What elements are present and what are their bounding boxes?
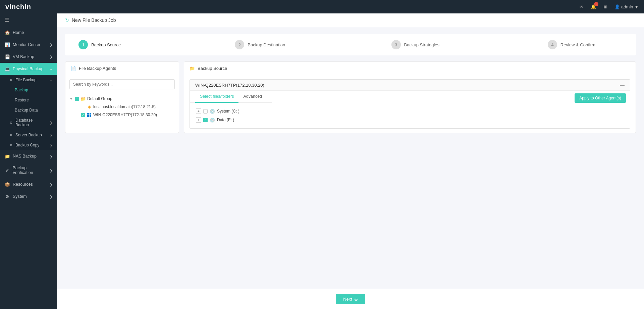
- refresh-icon[interactable]: ↻: [65, 17, 69, 23]
- notification-wrap[interactable]: 🔔 2: [590, 4, 596, 10]
- agents-panel-icon: 📄: [71, 66, 76, 71]
- apply-to-agents-button[interactable]: Apply to Other Agent(s): [575, 93, 626, 103]
- sidebar-sub-backup[interactable]: Backup: [0, 85, 57, 95]
- step-4-label: Review & Confirm: [560, 42, 595, 47]
- system-icon: ⚙: [5, 194, 10, 199]
- left-panel: 📄 File Backup Agents ▼ − 📁 Default Group: [65, 61, 179, 133]
- logo-text: vinchin: [5, 3, 31, 10]
- sidebar-sub-server-backup[interactable]: Server Backup ❯: [0, 130, 57, 140]
- linux-toggle[interactable]: [75, 104, 79, 109]
- sidebar-sub-backup-data[interactable]: Backup Data: [0, 105, 57, 115]
- sidebar-item-physical-backup[interactable]: 💻 Physical Backup ⌄: [0, 63, 57, 75]
- right-panel-header: 📁 Backup Source: [184, 62, 636, 75]
- sidebar-label-resources: Resources: [13, 182, 33, 187]
- monitor-icon[interactable]: ▣: [602, 4, 608, 10]
- file-tree: + 💿 System (C: ) + ✓ 💿 Data (E: ): [190, 103, 630, 128]
- physical-backup-icon: 💻: [5, 66, 10, 72]
- drive-item-c: + 💿 System (C: ): [195, 107, 625, 116]
- step-3-label: Backup Strategies: [404, 42, 440, 47]
- sidebar-item-nas-backup[interactable]: 📁 NAS Backup ❯: [0, 150, 57, 162]
- sidebar-sub-label-backup-data: Backup Data: [15, 108, 38, 113]
- tree-sub-items: ◆ localhost.localdomain(172.18.21.5) ✓: [68, 103, 176, 119]
- verification-icon: ✔: [5, 168, 10, 173]
- left-panel-title: File Backup Agents: [79, 66, 116, 71]
- sidebar-toggle[interactable]: ☰: [0, 13, 57, 27]
- drive-c-checkbox[interactable]: [203, 109, 208, 114]
- two-panels: 📄 File Backup Agents ▼ − 📁 Default Group: [65, 61, 636, 133]
- next-button[interactable]: Next ⊕: [336, 294, 365, 304]
- right-panel: 📁 Backup Source WIN-Q220ESRH7TP(172.18.3…: [184, 61, 636, 133]
- step-connector-1: [157, 45, 231, 45]
- message-icon[interactable]: ✉: [578, 4, 584, 10]
- drive-item-e: + ✓ 💿 Data (E: ): [195, 116, 625, 124]
- minimize-icon[interactable]: —: [620, 82, 625, 88]
- sidebar-label-monitor: Monitor Center: [13, 42, 41, 47]
- sidebar-sub-file-backup[interactable]: File Backup ⌄: [0, 75, 57, 85]
- agent-section: WIN-Q220ESRH7TP(172.18.30.20) — Select f…: [190, 79, 630, 129]
- monitor-center-icon: 📊: [5, 42, 10, 47]
- backup-copy-dot: [10, 144, 12, 146]
- source-header: WIN-Q220ESRH7TP(172.18.30.20) —: [190, 80, 630, 91]
- root-checkbox[interactable]: −: [75, 97, 79, 101]
- step-connector-2: [313, 45, 388, 45]
- windows-toggle[interactable]: [75, 113, 79, 117]
- drive-c-label: System (C: ): [217, 109, 239, 114]
- search-input[interactable]: [69, 79, 175, 89]
- user-menu[interactable]: 👤 admin ▼: [614, 4, 639, 9]
- app-logo: vinchin: [5, 3, 31, 11]
- step-2-num: 2: [235, 40, 244, 49]
- step-1-num: 1: [78, 40, 88, 49]
- verification-arrow-icon: ❯: [50, 169, 52, 172]
- system-arrow-icon: ❯: [50, 195, 52, 198]
- sidebar-sub-label-file-backup: File Backup: [15, 78, 37, 82]
- sidebar-sub-restore[interactable]: Restore: [0, 95, 57, 105]
- step-connector-3: [470, 45, 544, 45]
- vm-arrow-icon: ❯: [50, 55, 52, 59]
- resources-icon: 📦: [5, 182, 10, 187]
- sidebar-item-monitor[interactable]: 📊 Monitor Center ❯: [0, 39, 57, 51]
- main-body: 1 Backup Source 2 Backup Destination 3 B…: [57, 27, 644, 289]
- file-backup-arrow: ⌄: [50, 78, 52, 82]
- step-2: 2 Backup Destination: [235, 40, 310, 49]
- sidebar-item-system[interactable]: ⚙ System ❯: [0, 190, 57, 203]
- root-toggle-icon[interactable]: ▼: [69, 96, 73, 101]
- linux-checkbox[interactable]: [81, 105, 85, 109]
- next-icon: ⊕: [354, 297, 358, 302]
- page-header: ↻ New File Backup Job: [57, 13, 644, 27]
- sidebar-item-vm-backup[interactable]: 💾 VM Backup ❯: [0, 51, 57, 63]
- drive-c-expand[interactable]: +: [196, 108, 201, 114]
- resources-arrow-icon: ❯: [50, 183, 52, 186]
- windows-checkbox[interactable]: ✓: [81, 113, 85, 117]
- db-backup-dot: [10, 122, 12, 124]
- sidebar-item-verification[interactable]: ✔ Backup Verification ❯: [0, 162, 57, 178]
- sidebar: ☰ 🏠 Home 📊 Monitor Center ❯ 💾 VM Backup …: [0, 13, 57, 309]
- drive-e-label: Data (E: ): [217, 118, 234, 122]
- sidebar-label-verification: Backup Verification: [12, 166, 47, 175]
- page-title: New File Backup Job: [72, 17, 116, 23]
- tab-advanced[interactable]: Advanced: [238, 91, 267, 103]
- agent-tree: ▼ − 📁 Default Group ◆: [65, 93, 179, 133]
- sidebar-item-home[interactable]: 🏠 Home: [0, 27, 57, 39]
- drive-e-expand[interactable]: +: [196, 117, 201, 123]
- nas-backup-icon: 📁: [5, 153, 10, 159]
- step-1-label: Backup Source: [91, 42, 121, 47]
- agent-name: WIN-Q220ESRH7TP(172.18.30.20): [195, 83, 264, 88]
- tree-item-windows[interactable]: ✓ WIN-Q220ESRH7TP(172.18.30.20): [74, 111, 176, 119]
- main-footer: Next ⊕: [57, 289, 644, 309]
- drive-c-icon: 💿: [210, 108, 215, 114]
- step-4: 4 Review & Confirm: [548, 40, 623, 49]
- sidebar-sub-backup-copy[interactable]: Backup Copy ❯: [0, 140, 57, 150]
- tab-select-files[interactable]: Select files/folders: [195, 91, 238, 103]
- nas-arrow-icon: ❯: [50, 154, 52, 158]
- sidebar-label-physical: Physical Backup: [13, 67, 44, 71]
- sidebar-sub-database-backup[interactable]: Database Backup ❯: [0, 115, 57, 130]
- sidebar-item-resources[interactable]: 📦 Resources ❯: [0, 178, 57, 190]
- step-1: 1 Backup Source: [78, 40, 153, 49]
- tree-root-item[interactable]: ▼ − 📁 Default Group: [68, 95, 176, 103]
- topbar-right: ✉ 🔔 2 ▣ 👤 admin ▼: [578, 4, 639, 10]
- tree-item-linux[interactable]: ◆ localhost.localdomain(172.18.21.5): [74, 103, 176, 111]
- drive-e-checkbox[interactable]: ✓: [203, 118, 208, 122]
- physical-arrow-icon: ⌄: [50, 67, 52, 71]
- next-label: Next: [343, 297, 352, 302]
- main-area: ↻ New File Backup Job 1 Backup Source 2 …: [57, 13, 644, 309]
